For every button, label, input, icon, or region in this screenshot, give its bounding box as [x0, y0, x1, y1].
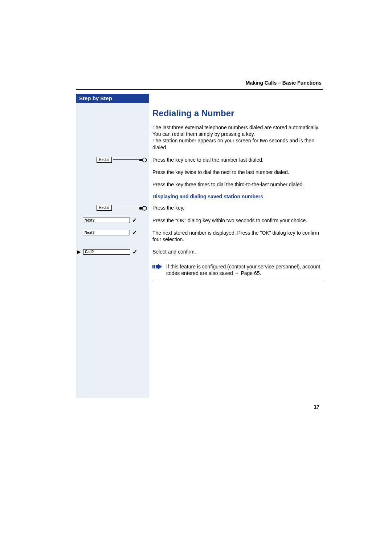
intro-paragraph: The last three external telephone number…: [152, 124, 323, 151]
instruction-press-three: Press the key three times to dial the th…: [152, 181, 323, 188]
scroll-triangle-icon: ▶: [77, 249, 81, 255]
main-column: Redialing a Number The last three extern…: [152, 105, 323, 279]
page-number: 17: [314, 404, 319, 410]
key-connector: [113, 159, 139, 160]
check-icon: ✓: [132, 248, 137, 255]
instruction-press-key: Press the key.: [152, 204, 323, 211]
note-text: If this feature is configured (contact y…: [166, 263, 323, 276]
note-block: If this feature is configured (contact y…: [152, 261, 323, 279]
display-widget-next-1: Next? ✓: [76, 216, 149, 224]
key-label: Redial: [97, 205, 112, 211]
key-connector: [113, 208, 139, 208]
key-widget-redial-2: Redial: [76, 204, 149, 212]
page-title: Redialing a Number: [152, 108, 323, 118]
svg-point-5: [142, 158, 147, 162]
sidebar-background: [76, 94, 149, 398]
key-label: Redial: [97, 157, 112, 163]
display-text: Call?: [83, 249, 130, 255]
key-led-icon: [139, 157, 147, 162]
check-icon: ✓: [132, 229, 137, 236]
note-arrow-icon: [152, 263, 162, 270]
instruction-press-twice: Press the key twice to dial the next to …: [152, 169, 323, 175]
header-rule: [76, 89, 323, 90]
instruction-press-once: Press the key once to dial the number la…: [152, 157, 323, 163]
instruction-select-confirm: Select and confirm.: [152, 248, 323, 255]
svg-point-7: [142, 206, 147, 210]
check-icon: ✓: [132, 217, 137, 224]
display-text: Next?: [83, 230, 130, 235]
display-widget-call: ▶ Call? ✓: [76, 248, 149, 256]
svg-rect-2: [156, 265, 158, 268]
display-widget-next-2: Next? ✓: [76, 229, 149, 237]
key-led-icon: [139, 206, 147, 210]
running-head: Making Calls – Basic Functions: [76, 80, 323, 86]
svg-rect-0: [152, 265, 154, 268]
display-text: Next?: [83, 218, 130, 223]
svg-marker-3: [158, 264, 162, 270]
subheading-display-dial: Displaying and dialing saved station num…: [152, 194, 323, 199]
svg-rect-4: [139, 159, 142, 161]
svg-rect-6: [139, 207, 142, 210]
sidebar-title: Step by Step: [76, 94, 149, 103]
svg-rect-1: [154, 265, 155, 268]
instruction-next-stored: The next stored number is displayed. Pre…: [152, 230, 323, 243]
key-widget-redial-1: Redial: [76, 156, 149, 164]
instruction-press-ok: Press the "OK" dialog key within two sec…: [152, 217, 323, 224]
